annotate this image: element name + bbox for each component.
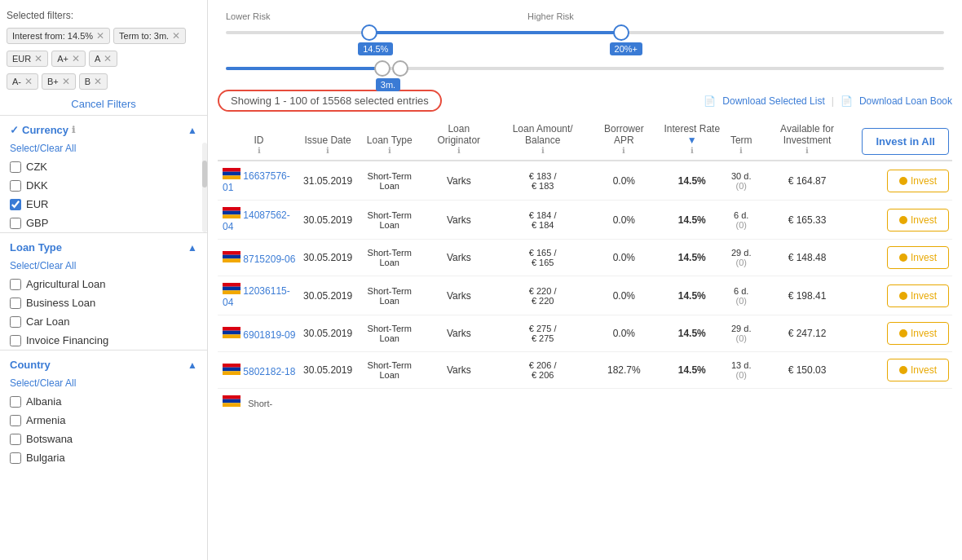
- currency-section: ✓ Currency ℹ ▲ Select/Clear All CZK DKK: [0, 115, 207, 232]
- col-header-interest-rate[interactable]: Interest Rate ▼ ℹ: [657, 118, 727, 161]
- tag-close-term[interactable]: ✕: [172, 30, 180, 42]
- currency-gbp-checkbox[interactable]: [10, 218, 21, 229]
- country-botswana-label[interactable]: Botswana: [26, 433, 73, 445]
- currency-gbp[interactable]: GBP: [0, 214, 207, 232]
- tag-close-aplus[interactable]: ✕: [72, 53, 80, 64]
- coin-icon: [899, 254, 907, 262]
- loan-type-agricultural[interactable]: Agricultural Loan: [0, 275, 207, 293]
- cancel-filters-button[interactable]: Cancel Filters: [0, 93, 207, 115]
- filter-tag-aplus[interactable]: A+ ✕: [51, 51, 86, 67]
- cell-apr: 0.0%: [591, 240, 656, 276]
- loan-id-link[interactable]: 6901819-09: [243, 329, 295, 341]
- filter-tag-eur[interactable]: EUR ✕: [7, 51, 48, 67]
- loan-type-agricultural-checkbox[interactable]: [10, 279, 21, 290]
- svg-rect-19: [223, 399, 240, 403]
- col-originator-info-icon: ℹ: [426, 146, 491, 155]
- currency-czk-label[interactable]: CZK: [26, 161, 47, 173]
- currency-gbp-label[interactable]: GBP: [26, 217, 48, 229]
- loan-type-car-checkbox[interactable]: [10, 316, 21, 328]
- currency-select-clear[interactable]: Select/Clear All: [0, 143, 207, 157]
- cell-apr: 182.7%: [591, 352, 656, 389]
- country-albania-checkbox[interactable]: [10, 396, 21, 408]
- country-armenia[interactable]: Armenia: [0, 411, 207, 430]
- download-loan-book-link[interactable]: Download Loan Book: [859, 95, 952, 107]
- currency-title: ✓ Currency ℹ: [10, 124, 75, 136]
- currency-eur-label[interactable]: EUR: [26, 198, 48, 210]
- currency-scrollbar[interactable]: [202, 143, 207, 232]
- currency-dkk-label[interactable]: DKK: [26, 179, 48, 192]
- table-body: 16637576-01 31.05.2019 Short-Term Loan V…: [218, 161, 952, 416]
- currency-eur[interactable]: EUR: [0, 195, 207, 214]
- table-row: 5802182-18 30.05.2019 Short-Term Loan Va…: [218, 352, 952, 389]
- invest-button[interactable]: Invest: [887, 359, 949, 381]
- country-botswana-checkbox[interactable]: [10, 434, 21, 445]
- tag-close-eur[interactable]: ✕: [34, 53, 42, 64]
- currency-czk[interactable]: CZK: [0, 157, 207, 176]
- country-section-header[interactable]: Country ▲: [0, 351, 207, 377]
- loan-type-business[interactable]: Business Loan: [0, 293, 207, 312]
- country-albania[interactable]: Albania: [0, 392, 207, 411]
- download-selected-link[interactable]: Download Selected List: [722, 95, 824, 107]
- cell-action: Invest: [858, 161, 952, 201]
- loan-type-select-clear[interactable]: Select/Clear All: [0, 260, 207, 275]
- invest-all-button[interactable]: Invest in All: [862, 128, 948, 155]
- cell-amount: € 165 /€ 165: [494, 240, 591, 276]
- loan-id-link[interactable]: 8715209-06: [243, 254, 295, 265]
- invest-button[interactable]: Invest: [887, 246, 949, 269]
- currency-dkk-checkbox[interactable]: [10, 180, 21, 192]
- selected-filters-label: Selected filters:: [0, 7, 207, 24]
- invest-button[interactable]: Invest: [887, 209, 949, 231]
- country-title: Country: [10, 359, 51, 371]
- cell-available: € 164.87: [756, 161, 859, 201]
- country-select-clear[interactable]: Select/Clear All: [0, 377, 207, 392]
- loan-type-business-checkbox[interactable]: [10, 298, 21, 309]
- filter-tag-b[interactable]: B ✕: [79, 73, 108, 90]
- risk-handle-left[interactable]: [361, 24, 377, 41]
- term-handle-left[interactable]: [374, 60, 391, 77]
- term-handle-right[interactable]: [392, 60, 408, 77]
- cell-amount: € 275 /€ 275: [494, 315, 591, 352]
- loan-type-invoice-label[interactable]: Invoice Financing: [26, 334, 108, 346]
- loan-type-section-header[interactable]: Loan Type ▲: [0, 233, 207, 260]
- filter-tag-a[interactable]: A ✕: [89, 51, 117, 67]
- currency-dkk[interactable]: DKK: [0, 176, 207, 195]
- loan-type-car-label[interactable]: Car Loan: [26, 315, 69, 328]
- country-bulgaria[interactable]: Bulgaria: [0, 448, 207, 467]
- svg-rect-10: [223, 287, 240, 291]
- tag-close-interest[interactable]: ✕: [96, 30, 104, 42]
- tag-close-aminus[interactable]: ✕: [24, 76, 33, 87]
- filter-tag-interest[interactable]: Interest from: 14.5% ✕: [7, 28, 110, 44]
- filter-tags-row2: EUR ✕ A+ ✕ A ✕: [0, 47, 207, 70]
- loan-type-car[interactable]: Car Loan: [0, 312, 207, 331]
- invest-button[interactable]: Invest: [887, 284, 949, 307]
- country-armenia-checkbox[interactable]: [10, 415, 21, 426]
- country-albania-label[interactable]: Albania: [26, 395, 61, 408]
- tag-close-bplus[interactable]: ✕: [62, 76, 70, 87]
- cell-issue-date: 30.05.2019: [300, 352, 355, 389]
- invest-button[interactable]: Invest: [887, 170, 949, 192]
- cell-id: 12036115-04: [218, 276, 300, 315]
- currency-section-header[interactable]: ✓ Currency ℹ ▲: [0, 116, 207, 143]
- loan-id-link[interactable]: 5802182-18: [243, 366, 295, 377]
- currency-czk-checkbox[interactable]: [10, 161, 21, 173]
- tag-close-b[interactable]: ✕: [94, 76, 102, 87]
- filter-tag-bplus[interactable]: B+ ✕: [42, 73, 76, 90]
- country-armenia-label[interactable]: Armenia: [26, 414, 65, 426]
- invest-button[interactable]: Invest: [887, 322, 949, 345]
- currency-eur-checkbox[interactable]: [10, 199, 21, 210]
- country-bulgaria-label[interactable]: Bulgaria: [26, 452, 65, 464]
- loan-type-invoice-checkbox[interactable]: [10, 335, 21, 346]
- tag-close-a[interactable]: ✕: [104, 53, 112, 64]
- loan-type-business-label[interactable]: Business Loan: [26, 297, 95, 309]
- filter-tag-term[interactable]: Term to: 3m. ✕: [113, 28, 186, 44]
- loan-type-invoice[interactable]: Invoice Financing: [0, 331, 207, 350]
- cell-issue-date: 31.05.2019: [300, 161, 355, 201]
- country-botswana[interactable]: Botswana: [0, 430, 207, 448]
- loan-type-agricultural-label[interactable]: Agricultural Loan: [26, 278, 106, 290]
- risk-handle-right[interactable]: [613, 24, 629, 41]
- table-header-row: ID ℹ Issue Date ℹ Loan Type ℹ Loan Ori: [218, 118, 952, 161]
- loans-table: ID ℹ Issue Date ℹ Loan Type ℹ Loan Ori: [218, 118, 952, 416]
- cell-term: 29 d.(0): [727, 315, 756, 352]
- filter-tag-aminus[interactable]: A- ✕: [7, 73, 38, 90]
- country-bulgaria-checkbox[interactable]: [10, 452, 21, 464]
